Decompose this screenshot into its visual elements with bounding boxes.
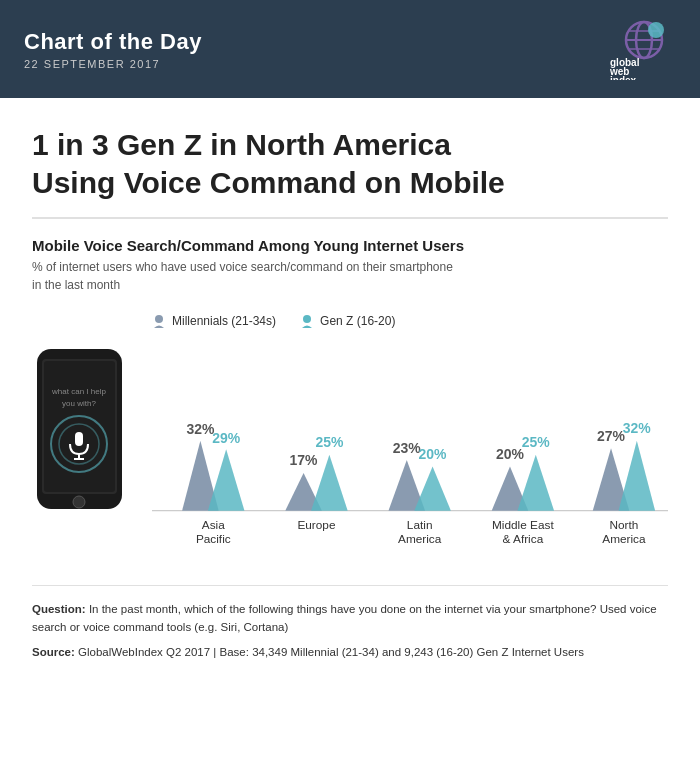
- chart-of-the-day-label: Chart of the Day: [24, 29, 202, 55]
- svg-point-20: [155, 315, 163, 323]
- chart-legend: Millennials (21-34s) Gen Z (16-20): [152, 314, 668, 328]
- source-body: GlobalWebIndex Q2 2017 | Base: 34,349 Mi…: [78, 646, 584, 658]
- header-title-block: Chart of the Day 22 SEPTEMBER 2017: [24, 29, 202, 70]
- question-text: Question: In the past month, which of th…: [32, 600, 668, 637]
- bar-chart: 32% 29% Asia Pacific 17% 25% Europe 23% …: [152, 344, 668, 559]
- svg-point-5: [648, 22, 664, 38]
- question-body: In the past month, which of the followin…: [32, 603, 657, 633]
- svg-text:27%: 27%: [597, 428, 626, 444]
- svg-text:25%: 25%: [315, 434, 344, 450]
- svg-text:America: America: [398, 532, 442, 546]
- svg-text:32%: 32%: [623, 420, 652, 436]
- svg-text:what can I help: what can I help: [51, 387, 106, 396]
- genz-legend-icon: [300, 314, 314, 328]
- svg-text:29%: 29%: [212, 430, 241, 446]
- svg-text:25%: 25%: [522, 434, 551, 450]
- svg-point-21: [303, 315, 311, 323]
- millennials-legend-icon: [152, 314, 166, 328]
- millennials-legend-item: Millennials (21-34s): [152, 314, 276, 328]
- latin-genz-bar: [414, 467, 451, 511]
- svg-text:Middle East: Middle East: [492, 518, 554, 532]
- svg-text:North: North: [609, 518, 638, 532]
- svg-text:20%: 20%: [496, 446, 525, 462]
- chart-title: Mobile Voice Search/Command Among Young …: [32, 237, 668, 254]
- chart-container: Millennials (21-34s) Gen Z (16-20): [152, 314, 668, 563]
- svg-text:Europe: Europe: [297, 518, 336, 532]
- svg-text:Asia: Asia: [202, 518, 225, 532]
- asia-genz-bar: [208, 449, 245, 510]
- mideast-genz-bar: [518, 455, 555, 511]
- source-text: Source: GlobalWebIndex Q2 2017 | Base: 3…: [32, 643, 668, 661]
- header: Chart of the Day 22 SEPTEMBER 2017 globa…: [0, 0, 700, 98]
- millennials-legend-label: Millennials (21-34s): [172, 314, 276, 328]
- svg-rect-16: [75, 432, 83, 446]
- chart-area: what can I help you with?: [32, 314, 668, 563]
- svg-text:20%: 20%: [419, 446, 448, 462]
- svg-text:Latin: Latin: [407, 518, 433, 532]
- svg-text:32%: 32%: [186, 421, 215, 437]
- genz-legend-label: Gen Z (16-20): [320, 314, 395, 328]
- svg-text:Pacific: Pacific: [196, 532, 231, 546]
- chart-subtitle: % of internet users who have used voice …: [32, 258, 668, 294]
- northamerica-genz-bar: [619, 441, 656, 511]
- svg-text:17%: 17%: [290, 452, 319, 468]
- svg-text:23%: 23%: [393, 440, 422, 456]
- gwi-logo: global web index: [606, 18, 676, 80]
- source-label: Source:: [32, 646, 75, 658]
- question-label: Question:: [32, 603, 86, 615]
- footer-section: Question: In the past month, which of th…: [32, 585, 668, 661]
- genz-legend-item: Gen Z (16-20): [300, 314, 395, 328]
- phone-illustration: what can I help you with?: [32, 344, 132, 518]
- svg-text:& Africa: & Africa: [503, 532, 544, 546]
- page-title: 1 in 3 Gen Z in North AmericaUsing Voice…: [32, 126, 668, 219]
- svg-text:index: index: [610, 75, 637, 80]
- svg-point-19: [73, 496, 85, 508]
- svg-text:you with?: you with?: [62, 399, 96, 408]
- header-date: 22 SEPTEMBER 2017: [24, 58, 202, 70]
- main-content: 1 in 3 Gen Z in North AmericaUsing Voice…: [0, 98, 700, 681]
- svg-text:America: America: [602, 532, 646, 546]
